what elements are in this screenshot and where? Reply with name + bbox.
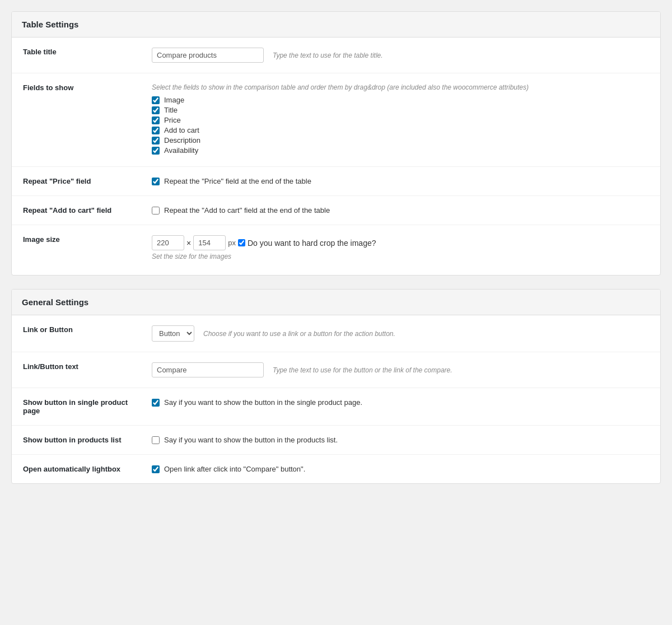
checkbox-add-to-cart: Add to cart <box>152 126 649 134</box>
hard-crop-text: Do you want to hard crop the image? <box>248 239 376 248</box>
table-title-value-cell: Type the text to use for the table title… <box>141 38 660 73</box>
open-lightbox-label: Open automatically lightbox <box>12 455 141 484</box>
repeat-price-text: Repeat the "Price" field at the end of t… <box>164 177 311 185</box>
general-settings-header: General Settings <box>12 290 660 315</box>
general-settings-table: Link or Button Button Link Choose if you… <box>12 315 660 483</box>
checkbox-image-label: Image <box>164 96 184 104</box>
checkbox-add-to-cart-label: Add to cart <box>164 126 199 134</box>
table-row: Link or Button Button Link Choose if you… <box>12 315 660 352</box>
link-or-button-hint: Choose if you want to use a link or a bu… <box>203 330 395 338</box>
checkbox-title: Title <box>152 106 649 114</box>
link-button-text-value-cell: Type the text to use for the button or t… <box>141 352 660 388</box>
fields-to-show-value-cell: Select the fields to show in the compari… <box>141 73 660 167</box>
checkbox-description-input[interactable] <box>152 137 160 144</box>
image-width-input[interactable] <box>152 235 184 250</box>
checkbox-title-label: Title <box>164 106 178 114</box>
checkbox-title-input[interactable] <box>152 106 160 114</box>
show-products-list-value-cell: Say if you want to show the button in th… <box>141 426 660 455</box>
image-size-separator: × <box>186 239 191 248</box>
show-products-list-checkbox[interactable] <box>152 436 160 444</box>
repeat-add-to-cart-value-cell: Repeat the "Add to cart" field at the en… <box>141 196 660 225</box>
checkbox-image-input[interactable] <box>152 96 160 104</box>
repeat-add-to-cart-text: Repeat the "Add to cart" field at the en… <box>164 206 330 214</box>
repeat-add-to-cart-checkbox[interactable] <box>152 207 160 214</box>
image-size-label: Image size <box>12 225 141 276</box>
table-settings-section: Table Settings Table title Type the text… <box>11 11 661 276</box>
show-products-list-text: Say if you want to show the button in th… <box>164 436 338 444</box>
link-or-button-label: Link or Button <box>12 315 141 352</box>
repeat-price-value-cell: Repeat the "Price" field at the end of t… <box>141 167 660 196</box>
fields-to-show-hint: Select the fields to show in the compari… <box>152 83 649 91</box>
repeat-price-label: Repeat "Price" field <box>12 167 141 196</box>
open-lightbox-text: Open link after click into "Compare" but… <box>164 465 305 473</box>
table-row: Repeat "Price" field Repeat the "Price" … <box>12 167 660 196</box>
table-title-input[interactable] <box>152 48 264 63</box>
show-single-product-text: Say if you want to show the button in th… <box>164 398 362 407</box>
checkbox-price: Price <box>152 116 649 124</box>
show-products-list-checkbox-row: Say if you want to show the button in th… <box>152 436 649 444</box>
open-lightbox-value-cell: Open link after click into "Compare" but… <box>141 455 660 484</box>
image-size-inputs: × px Do you want to hard crop the image? <box>152 235 649 250</box>
checkbox-add-to-cart-input[interactable] <box>152 127 160 134</box>
image-size-unit: px <box>228 239 236 247</box>
open-lightbox-checkbox[interactable] <box>152 465 160 473</box>
table-title-label: Table title <box>12 38 141 73</box>
checkbox-availability: Availability <box>152 146 649 155</box>
show-single-product-value-cell: Say if you want to show the button in th… <box>141 388 660 426</box>
table-row: Link/Button text Type the text to use fo… <box>12 352 660 388</box>
repeat-price-checkbox-row: Repeat the "Price" field at the end of t… <box>152 177 649 185</box>
table-row: Show button in products list Say if you … <box>12 426 660 455</box>
link-button-text-input[interactable] <box>152 362 264 377</box>
checkbox-description-label: Description <box>164 136 200 144</box>
checkbox-price-label: Price <box>164 116 181 124</box>
show-single-product-checkbox[interactable] <box>152 399 160 407</box>
show-products-list-label: Show button in products list <box>12 426 141 455</box>
general-settings-title: General Settings <box>22 297 650 307</box>
show-single-product-checkbox-row: Say if you want to show the button in th… <box>152 398 649 407</box>
hard-crop-checkbox[interactable] <box>238 239 245 246</box>
show-single-product-label: Show button in single product page <box>12 388 141 426</box>
image-size-value-cell: × px Do you want to hard crop the image?… <box>141 225 660 276</box>
general-settings-section: General Settings Link or Button Button L… <box>11 289 661 484</box>
link-or-button-value-cell: Button Link Choose if you want to use a … <box>141 315 660 352</box>
link-button-text-hint: Type the text to use for the button or t… <box>273 366 452 374</box>
table-row: Open automatically lightbox Open link af… <box>12 455 660 484</box>
link-or-button-select[interactable]: Button Link <box>152 325 194 342</box>
checkbox-price-input[interactable] <box>152 116 160 124</box>
repeat-add-to-cart-label: Repeat "Add to cart" field <box>12 196 141 225</box>
image-height-input[interactable] <box>193 235 226 250</box>
open-lightbox-checkbox-row: Open link after click into "Compare" but… <box>152 465 649 473</box>
link-button-text-label: Link/Button text <box>12 352 141 388</box>
fields-to-show-label: Fields to show <box>12 73 141 167</box>
table-row: Image size × px Do you want to hard crop… <box>12 225 660 276</box>
checkbox-availability-label: Availability <box>164 146 198 155</box>
checkbox-availability-input[interactable] <box>152 147 160 155</box>
table-row: Repeat "Add to cart" field Repeat the "A… <box>12 196 660 225</box>
table-settings-title: Table Settings <box>22 20 650 29</box>
table-row: Table title Type the text to use for the… <box>12 38 660 73</box>
checkbox-description: Description <box>152 136 649 144</box>
table-row: Show button in single product page Say i… <box>12 388 660 426</box>
table-settings-table: Table title Type the text to use for the… <box>12 38 660 275</box>
image-size-hint: Set the size for the images <box>152 253 649 260</box>
checkbox-image: Image <box>152 96 649 104</box>
table-settings-header: Table Settings <box>12 12 660 38</box>
table-row: Fields to show Select the fields to show… <box>12 73 660 167</box>
repeat-price-checkbox[interactable] <box>152 178 160 185</box>
repeat-add-to-cart-checkbox-row: Repeat the "Add to cart" field at the en… <box>152 206 649 214</box>
table-title-hint: Type the text to use for the table title… <box>273 52 383 59</box>
